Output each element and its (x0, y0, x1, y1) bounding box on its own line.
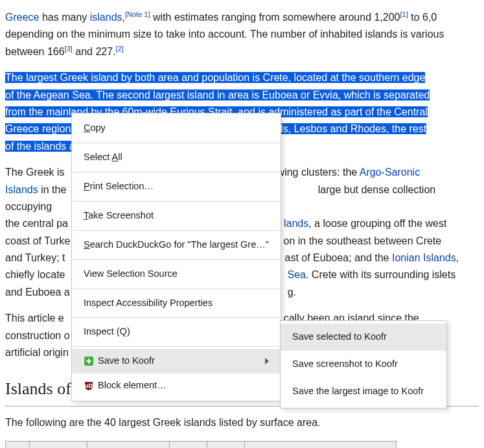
menu-separator (73, 346, 280, 347)
context-submenu-koofr: Save selected to Koofr Save screenshot t… (280, 320, 447, 408)
menu-separator (73, 230, 280, 231)
ref-1[interactable]: [1] (400, 10, 408, 18)
menu-take-screenshot[interactable]: Take Screenshot (72, 204, 281, 228)
menu-separator (73, 172, 280, 172)
menu-separator (73, 143, 280, 143)
link-sea[interactable]: Sea (288, 269, 306, 280)
col-greek-name[interactable]: Greek name (87, 441, 169, 448)
menu-inspect-a11y[interactable]: Inspect Accessibility Properties (72, 291, 281, 316)
menu-separator (73, 201, 280, 202)
submenu-save-largest-image[interactable]: Save the largest image to Koofr (281, 378, 446, 405)
paragraph-intro: Greece has many islands,[Note 1] with es… (5, 9, 479, 60)
koofr-icon (84, 356, 98, 366)
link-argo-islands[interactable]: Islands (5, 184, 38, 195)
ref-2[interactable]: [2] (116, 44, 124, 52)
submenu-save-screenshot[interactable]: Save screenshot to Koofr (281, 351, 446, 378)
submenu-save-selected[interactable]: Save selected to Koofr (281, 324, 446, 351)
link-greece[interactable]: Greece (5, 12, 39, 23)
link-lands[interactable]: lands (284, 218, 308, 229)
menu-search-ddg[interactable]: Search DuckDuckGo for "The largest Gre…" (72, 233, 281, 257)
ref-3[interactable]: [3] (65, 44, 73, 52)
islands-table: Island Greek name Area Area Cluster (5, 441, 397, 448)
menu-view-source[interactable]: View Selection Source (72, 262, 281, 287)
menu-separator (73, 317, 280, 318)
menu-separator (73, 259, 280, 260)
link-ionian[interactable]: Ionian Islands (392, 252, 456, 263)
chevron-right-icon (265, 358, 269, 364)
col-island[interactable]: Island (30, 441, 87, 448)
svg-text:uD: uD (85, 383, 93, 389)
col-blank[interactable] (6, 441, 30, 448)
table-intro: The following are the 40 largest Greek i… (5, 414, 479, 431)
context-menu: Copy Select All Print Selection… Take Sc… (71, 113, 281, 401)
ref-note1[interactable]: [Note 1] (125, 10, 150, 18)
svg-rect-2 (86, 360, 91, 362)
ublock-icon: uD (84, 381, 98, 391)
menu-block-element[interactable]: uD Block element… (72, 373, 281, 398)
menu-separator (73, 289, 280, 289)
col-area-2[interactable]: Area (207, 441, 245, 448)
menu-select-all[interactable]: Select All (72, 145, 281, 170)
link-argo-saronic[interactable]: Argo-Saronic (360, 167, 420, 178)
menu-copy[interactable]: Copy (72, 116, 281, 141)
link-islands[interactable]: islands (90, 12, 122, 23)
menu-inspect[interactable]: Inspect (Q) (72, 320, 281, 344)
menu-print-selection[interactable]: Print Selection… (72, 174, 281, 199)
col-cluster[interactable]: Cluster (245, 441, 396, 448)
menu-save-koofr[interactable]: Save to Koofr (72, 349, 281, 373)
col-area-1[interactable]: Area (169, 441, 207, 448)
